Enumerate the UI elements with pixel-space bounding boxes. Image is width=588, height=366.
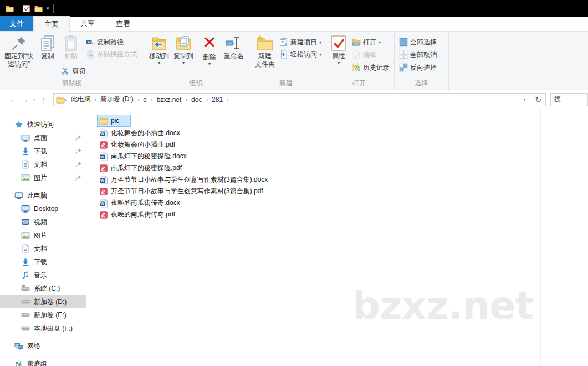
file-row[interactable]: 万圣节节日小故事与学生创意写作素材(3篇合集).pdf bbox=[98, 185, 588, 197]
breadcrumb-e[interactable]: e bbox=[139, 96, 151, 104]
sidebar-item-drive-c[interactable]: 系统 (C:) bbox=[0, 282, 86, 295]
file-name: 化妆舞会的小插曲.docx bbox=[111, 128, 180, 138]
select-none-button[interactable]: 全部取消 bbox=[399, 49, 437, 60]
pdf-icon bbox=[99, 210, 108, 219]
breadcrumb-bzxz-net[interactable]: bzxz.net bbox=[153, 96, 186, 104]
computer-icon bbox=[14, 191, 23, 200]
open-button[interactable]: 打开 ▾ bbox=[352, 37, 381, 48]
file-item[interactable]: 万圣节节日小故事与学生创意写作素材(3篇合集).docx bbox=[98, 174, 272, 185]
breadcrumb-281[interactable]: 281 bbox=[208, 96, 227, 104]
up-button[interactable]: ↑ bbox=[38, 95, 50, 104]
properties-button[interactable]: 属性 ▾ bbox=[329, 34, 349, 65]
qat-properties-icon[interactable] bbox=[22, 4, 30, 13]
file-item[interactable]: 化妆舞会的小插曲.pdf bbox=[98, 139, 180, 151]
sidebar-item-drive-f[interactable]: 本地磁盘 (F:) bbox=[0, 322, 86, 335]
file-row[interactable]: 南瓜灯下的秘密探险.docx bbox=[98, 151, 588, 162]
paste-icon bbox=[62, 34, 80, 52]
new-item-button[interactable]: 新建项目 ▾ bbox=[279, 37, 321, 48]
network-icon bbox=[14, 342, 23, 350]
sidebar-item-drive-d[interactable]: 新加卷 (D:) bbox=[0, 295, 86, 308]
sidebar-item-pictures[interactable]: 图片 bbox=[0, 229, 86, 242]
sidebar-item-quick-access[interactable]: 快速访问 bbox=[0, 118, 86, 131]
file-item[interactable]: 夜晚的南瓜街传奇.pdf bbox=[98, 209, 180, 220]
sidebar-item-music[interactable]: 音乐 bbox=[0, 269, 86, 282]
sidebar-item-this-pc[interactable]: 此电脑 bbox=[0, 189, 86, 202]
desktop-icon bbox=[21, 133, 30, 142]
cut-button[interactable]: 剪切 bbox=[61, 65, 85, 76]
file-item[interactable]: 南瓜灯下的秘密探险.docx bbox=[98, 151, 191, 162]
recent-locations-chevron[interactable]: ▾ bbox=[30, 97, 38, 102]
easy-access-button[interactable]: 轻松访问 ▾ bbox=[279, 49, 321, 60]
move-to-button[interactable]: 移动到 ▾ bbox=[147, 34, 171, 65]
pdf-icon bbox=[99, 141, 108, 150]
file-item[interactable]: 万圣节节日小故事与学生创意写作素材(3篇合集).pdf bbox=[98, 185, 268, 197]
ribbon-tab-bar: 文件 主页 共享 查看 bbox=[0, 17, 588, 32]
drive-icon bbox=[21, 297, 30, 306]
pin-icon bbox=[75, 147, 82, 154]
sidebar-item-pictures-qa[interactable]: 图片 bbox=[0, 171, 86, 184]
tab-view[interactable]: 查看 bbox=[105, 16, 141, 31]
sidebar-item-downloads[interactable]: 下载 bbox=[0, 255, 86, 269]
group-label-select: 选择 bbox=[395, 79, 448, 88]
sidebar-item-documents[interactable]: 文档 bbox=[0, 242, 86, 255]
sidebar-item-documents-qa[interactable]: 文档 bbox=[0, 158, 86, 171]
qat-dropdown-chevron[interactable]: ▾ bbox=[47, 6, 49, 11]
copy-button[interactable]: 复制 bbox=[37, 34, 59, 60]
group-label-open: 打开 bbox=[324, 79, 394, 88]
copy-path-button[interactable]: 复制路径 bbox=[86, 37, 124, 48]
pdf-icon bbox=[99, 187, 108, 196]
breadcrumb[interactable]: › 此电脑 › 新加卷 (D:) › e › bzxz.net › doc › … bbox=[53, 93, 531, 106]
file-item[interactable]: 化妆舞会的小插曲.docx bbox=[98, 127, 185, 139]
ribbon: 固定到“快 速访问” 复制 粘贴 剪切 复制路径 粘贴快捷方式 剪贴板 移动到 bbox=[0, 32, 588, 90]
sidebar-item-network[interactable]: 网络 bbox=[0, 339, 86, 353]
file-name: 夜晚的南瓜街传奇.docx bbox=[111, 198, 180, 208]
search-input[interactable]: 搜 bbox=[550, 93, 588, 106]
sidebar-item-drive-e[interactable]: 新加卷 (E:) bbox=[0, 308, 86, 322]
picture-icon bbox=[21, 173, 30, 182]
open-folder-icon bbox=[352, 38, 361, 47]
file-item-pic[interactable]: pic bbox=[98, 115, 130, 126]
copy-to-button[interactable]: 复制到 ▾ bbox=[172, 34, 195, 65]
sidebar-item-desktop[interactable]: Desktop bbox=[0, 202, 86, 215]
refresh-button[interactable]: ↻ bbox=[531, 93, 545, 106]
breadcrumb-doc[interactable]: doc bbox=[187, 96, 206, 104]
invert-selection-button[interactable]: 反向选择 bbox=[399, 62, 437, 73]
breadcrumb-separator: › bbox=[227, 96, 229, 103]
edit-icon bbox=[352, 50, 361, 59]
rename-button[interactable]: 重命名 bbox=[222, 34, 246, 60]
new-folder-button[interactable]: 新建 文件夹 bbox=[252, 34, 278, 69]
document-icon bbox=[21, 160, 30, 169]
title-bar: ▾ bbox=[0, 0, 588, 17]
address-bar: ← → ▾ ↑ › 此电脑 › 新加卷 (D:) › e › bzxz.net … bbox=[0, 90, 588, 109]
qat-folder-icon[interactable] bbox=[6, 4, 14, 13]
file-item[interactable]: 夜晚的南瓜街传奇.docx bbox=[98, 197, 185, 209]
tab-share[interactable]: 共享 bbox=[70, 16, 105, 31]
tab-home[interactable]: 主页 bbox=[33, 16, 70, 32]
file-row[interactable]: 化妆舞会的小插曲.pdf bbox=[98, 139, 588, 151]
file-row[interactable]: 万圣节节日小故事与学生创意写作素材(3篇合集).docx bbox=[98, 174, 588, 185]
file-row[interactable]: pic bbox=[98, 115, 588, 126]
qat-folder-icon-2[interactable] bbox=[34, 4, 43, 13]
sidebar-item-homegroup[interactable]: 家庭组 bbox=[0, 357, 86, 366]
navigation-pane: 快速访问 桌面 下载 文档 图片 此电脑 Desktop bbox=[0, 109, 86, 366]
breadcrumb-this-pc[interactable]: 此电脑 bbox=[67, 95, 95, 104]
file-item[interactable]: 南瓜灯下的秘密探险.pdf bbox=[98, 162, 186, 174]
file-row[interactable]: 夜晚的南瓜街传奇.pdf bbox=[98, 209, 588, 220]
sidebar-item-desktop-qa[interactable]: 桌面 bbox=[0, 131, 86, 145]
breadcrumb-drive-d[interactable]: 新加卷 (D:) bbox=[96, 95, 137, 104]
sidebar-item-videos[interactable]: 视频 bbox=[0, 215, 86, 229]
sidebar-item-downloads-qa[interactable]: 下载 bbox=[0, 145, 86, 158]
ribbon-group-open: 属性 ▾ 打开 ▾ 编辑 历史记录 打开 bbox=[324, 32, 395, 90]
group-label-organize: 组织 bbox=[144, 79, 248, 88]
select-all-button[interactable]: 全部选择 bbox=[399, 37, 437, 48]
dropdown-chevron-icon: ▾ bbox=[338, 61, 340, 65]
document-icon bbox=[21, 244, 30, 253]
pin-to-quick-access-button[interactable]: 固定到“快 速访问” bbox=[2, 34, 35, 69]
history-button[interactable]: 历史记录 bbox=[352, 62, 390, 73]
delete-button[interactable]: ✕ 删除 ▾ bbox=[198, 34, 221, 66]
file-row[interactable]: 南瓜灯下的秘密探险.pdf bbox=[98, 162, 588, 174]
tab-file[interactable]: 文件 bbox=[0, 16, 33, 31]
file-row[interactable]: 夜晚的南瓜街传奇.docx bbox=[98, 197, 588, 209]
file-row[interactable]: 化妆舞会的小插曲.docx bbox=[98, 127, 588, 139]
address-dropdown-chevron[interactable]: ▾ bbox=[520, 97, 529, 102]
